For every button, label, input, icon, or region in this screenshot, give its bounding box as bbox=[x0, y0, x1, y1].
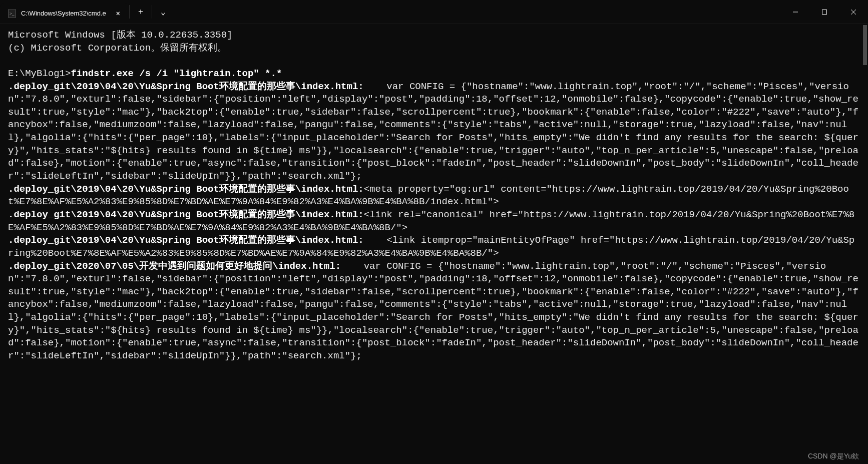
watermark-text: CSDN @是Yu欸 bbox=[808, 452, 859, 461]
window-controls bbox=[781, 0, 868, 24]
terminal-output[interactable]: Microsoft Windows [版本 10.0.22635.3350] (… bbox=[0, 24, 868, 464]
copyright-line: (c) Microsoft Corporation。保留所有权利。 bbox=[8, 43, 227, 54]
svg-text:>_: >_ bbox=[10, 11, 15, 16]
result-path-3: .deploy_git\2019\04\20\Yu&Spring Boot环境配… bbox=[8, 209, 364, 220]
command-text: findstr.exe /s /i "lightrain.top" *.* bbox=[71, 68, 282, 79]
result-path-5: .deploy_git\2020\07\05\开发中遇到问题如何更好地提问\in… bbox=[8, 261, 341, 272]
title-bar: >_ C:\Windows\System32\cmd.e ✕ ＋ ⌄ bbox=[0, 0, 868, 24]
minimize-button[interactable] bbox=[781, 0, 810, 24]
active-tab[interactable]: >_ C:\Windows\System32\cmd.e ✕ bbox=[0, 3, 129, 24]
os-version-line: Microsoft Windows [版本 10.0.22635.3350] bbox=[8, 30, 232, 41]
tab-title: C:\Windows\System32\cmd.e bbox=[21, 10, 106, 17]
new-tab-button[interactable]: ＋ bbox=[130, 0, 152, 24]
tab-dropdown-button[interactable]: ⌄ bbox=[152, 0, 174, 24]
prompt: E:\MyBlog1> bbox=[8, 68, 71, 79]
cmd-icon: >_ bbox=[8, 10, 16, 18]
result-body-1: var CONFIG = {"hostname":"www.lightrain.… bbox=[8, 81, 858, 182]
result-path-1: .deploy_git\2019\04\20\Yu&Spring Boot环境配… bbox=[8, 81, 364, 92]
svg-rect-3 bbox=[822, 10, 827, 15]
result-body-5: var CONFIG = {"hostname":"www.lightrain.… bbox=[8, 261, 858, 361]
maximize-button[interactable] bbox=[810, 0, 839, 24]
result-path-4: .deploy_git\2019\04\20\Yu&Spring Boot环境配… bbox=[8, 235, 364, 246]
tab-close-button[interactable]: ✕ bbox=[111, 7, 125, 21]
result-path-2: .deploy_git\2019\04\20\Yu&Spring Boot环境配… bbox=[8, 184, 364, 195]
window-close-button[interactable] bbox=[839, 0, 868, 24]
scrollbar-thumb[interactable] bbox=[863, 25, 867, 65]
